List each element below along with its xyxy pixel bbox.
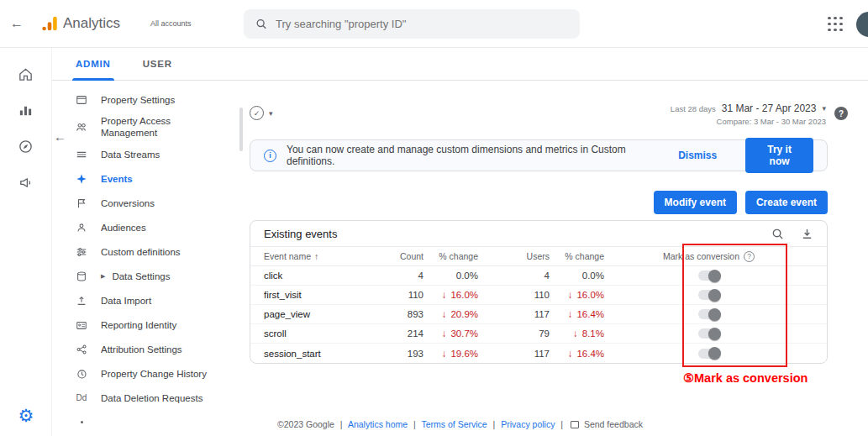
down-arrow-icon: ↓ [442,328,447,339]
count-change: 0.0% [423,271,478,281]
banner-text: You can now create and manage custom dim… [287,144,668,167]
tab-user[interactable]: USER [139,48,176,80]
event-count: 110 [373,290,423,300]
event-count: 4 [373,271,423,281]
explore-icon[interactable] [18,139,34,155]
feedback-icon [571,421,579,428]
filter-chip[interactable]: ✓ ▾ [250,106,273,120]
sidebar-item-data-settings[interactable]: ▶ Data Settings [52,264,246,288]
reporting-identity-icon [75,318,88,332]
event-count: 214 [373,328,423,339]
try-it-now-button[interactable]: Try it now [745,138,813,173]
home-icon[interactable] [18,66,34,82]
download-icon[interactable] [801,228,813,240]
down-arrow-icon: ↓ [568,309,573,319]
sidebar-scrollbar[interactable] [239,108,243,151]
conversion-toggle[interactable] [698,309,720,319]
sidebar-item-property-settings[interactable]: Property Settings [52,87,246,112]
event-users: 117 [478,349,550,359]
account-switcher[interactable]: All accounts [150,7,251,40]
table-row: first_visit 110 ↓16.0% 110 ↓16.0% [250,286,827,305]
col-count[interactable]: Count [373,251,423,261]
topbar-right [828,0,868,48]
sidebar-item-data-deletion-requests[interactable]: Dd Data Deletion Requests [52,386,246,410]
create-event-button[interactable]: Create event [745,191,828,214]
tab-admin[interactable]: ADMIN [72,48,114,80]
brand-name: Analytics [63,15,120,32]
sidebar-item-label: Data Settings [112,271,170,281]
analytics-home-link[interactable]: Analytics home [348,419,408,429]
sidebar-item-label: Conversions [101,198,155,208]
help-icon[interactable]: ? [834,107,848,120]
down-arrow-icon: ↓ [442,349,447,359]
event-name: session_start [264,349,373,359]
chevron-down-icon: ▾ [822,104,826,113]
count-change: ↓20.9% [423,309,478,319]
date-range-picker[interactable]: Last 28 days 31 Mar - 27 Apr 2023 ▾ Comp… [671,102,826,126]
analytics-logo[interactable]: Analytics [40,14,120,33]
sidebar-item-property-access-management[interactable]: Property Access Management [52,112,246,142]
col-users[interactable]: Users [478,251,550,261]
sidebar-item-conversions[interactable]: Conversions [52,191,246,215]
search-input[interactable] [276,18,568,30]
col-users-change[interactable]: % change [550,251,604,261]
history-icon [75,367,88,381]
sidebar-item-label: Audiences [101,223,146,233]
advertising-icon[interactable] [18,175,34,191]
search-bar[interactable] [244,9,580,39]
privacy-policy-link[interactable]: Privacy policy [501,419,555,429]
terms-of-service-link[interactable]: Terms of Service [421,419,487,429]
sidebar-item-label: Data Deletion Requests [101,393,203,403]
sidebar-item-events[interactable]: Events [52,166,246,191]
users-change: 0.0% [550,271,604,281]
down-arrow-icon: ↓ [568,290,573,300]
sidebar-item-audiences[interactable]: Audiences [52,215,246,239]
sidebar-item-label: Property Settings [101,95,175,105]
event-actions: Modify event Create event [654,191,828,214]
admin-gear-icon[interactable]: ⚙ [0,406,52,426]
avatar[interactable] [856,12,868,37]
conversion-toggle[interactable] [698,290,720,300]
sidebar-item-attribution-settings[interactable]: Attribution Settings [52,337,246,361]
reports-icon[interactable] [18,102,34,118]
down-arrow-icon: ↓ [442,290,447,300]
conversion-help-icon[interactable]: ? [744,251,755,262]
conversion-toggle[interactable] [698,328,720,339]
sidebar-item-property-change-history[interactable]: Property Change History [52,361,246,386]
chevron-down-icon: ▾ [269,109,273,118]
audiences-icon [75,221,88,234]
conversion-toggle[interactable] [698,271,720,281]
col-change[interactable]: % change [423,251,478,261]
dismiss-button[interactable]: Dismiss [678,150,717,161]
expand-caret-icon[interactable]: ▶ [101,273,105,280]
modify-event-button[interactable]: Modify event [654,191,737,214]
back-arrow-icon[interactable]: ← [10,16,24,31]
sidebar-item-custom-definitions[interactable]: Custom definitions [52,239,246,264]
users-change: ↓16.4% [550,349,604,359]
event-users: 79 [478,328,550,339]
table-search-icon[interactable] [771,228,784,240]
event-name: scroll [264,328,373,339]
conversion-toggle[interactable] [698,349,720,359]
account-scope-label: All accounts [150,19,251,28]
sidebar-item-label: Data Streams [101,150,160,160]
sidebar-item-label: Data Import [101,296,151,306]
event-name: page_view [264,309,373,319]
table-row: click 4 0.0% 4 0.0% [250,266,827,286]
col-event-name[interactable]: Event name↑ [264,251,373,261]
sidebar-item-label: Custom definitions [101,247,181,257]
sidebar-collapse-arrow-icon[interactable]: ← [54,129,66,144]
count-change: ↓30.7% [423,328,478,339]
users-change: ↓16.4% [550,309,604,319]
top-bar: ← Analytics All accounts ▾ [0,0,868,48]
sidebar-item-reporting-identity[interactable]: Reporting Identity [52,313,246,337]
existing-events-card: Existing events Event name↑ Count % chan… [250,220,828,364]
sidebar-item-data-streams[interactable]: Data Streams [52,142,246,166]
sidebar-item-data-import[interactable]: Data Import [52,288,246,313]
send-feedback-link[interactable]: Send feedback [584,419,643,429]
apps-grid-icon[interactable] [828,17,843,32]
analytics-admin-page: ← Analytics All accounts ▾ [0,0,868,436]
data-streams-icon [75,148,88,161]
flag-icon [75,197,88,210]
date-compare-value: Compare: 3 Mar - 30 Mar 2023 [671,117,826,126]
